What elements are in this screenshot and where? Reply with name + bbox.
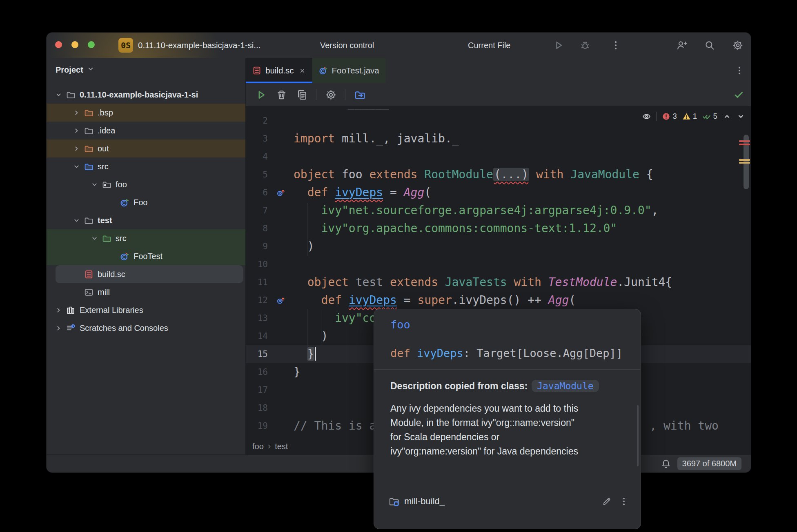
breadcrumb-item-test[interactable]: test (275, 442, 288, 451)
zoom-window-button[interactable] (88, 41, 95, 48)
chevron-down-icon[interactable] (70, 217, 82, 224)
line-number[interactable]: 9 (246, 242, 268, 251)
override-gutter-icon[interactable] (268, 188, 294, 197)
tree-row-highlight (47, 229, 245, 247)
errors-count[interactable]: 3 (662, 112, 677, 121)
tab-options-button[interactable] (734, 65, 745, 76)
tree-item-label: out (98, 144, 109, 153)
chevron-right-icon[interactable] (70, 109, 82, 117)
line-number[interactable]: 1 (246, 106, 268, 108)
sidebar-item-bsp[interactable]: .bsp (47, 104, 245, 122)
project-title-menu[interactable]: 0.11.10-example-basicjava-1-si... (138, 33, 265, 58)
notifications-bell-icon[interactable] (661, 459, 671, 469)
more-actions-button[interactable] (610, 40, 621, 51)
tab-label: FooTest.java (332, 66, 379, 75)
line-number[interactable]: 6 (246, 188, 268, 197)
settings-button[interactable] (732, 40, 744, 51)
project-panel-header[interactable]: Project (47, 58, 245, 82)
doc-class-chip[interactable]: JavaModule (532, 380, 599, 392)
code-text: ivy"net.sourceforge.argparse4j:argparse4… (294, 202, 658, 219)
sidebar-item-foo[interactable]: Foo (47, 193, 245, 211)
add-user-button[interactable] (676, 40, 688, 51)
chevron-down-icon[interactable] (70, 163, 82, 171)
chevron-right-icon[interactable] (52, 324, 65, 332)
line-number[interactable]: 5 (246, 170, 268, 180)
popup-more-button[interactable] (618, 495, 630, 508)
highlighting-level-eye-icon[interactable] (642, 112, 651, 121)
line-number[interactable]: 2 (246, 116, 268, 126)
line-number[interactable]: 16 (246, 367, 268, 377)
breadcrumb-item-foo[interactable]: foo (252, 442, 264, 451)
run-configuration-menu[interactable]: Current File (468, 33, 514, 58)
memory-indicator[interactable]: 3697 of 6800M (677, 457, 741, 470)
line-number[interactable]: 4 (246, 152, 268, 162)
passed-count[interactable]: 5 (702, 112, 717, 121)
sidebar-item-src[interactable]: src (47, 157, 245, 175)
divider (316, 89, 316, 100)
line-number[interactable]: 13 (246, 313, 268, 323)
popup-scrollbar[interactable] (637, 405, 639, 466)
line-number[interactable]: 7 (246, 206, 268, 215)
chevron-down-icon[interactable] (88, 235, 100, 242)
sidebar-item-foo[interactable]: foo (47, 175, 245, 193)
warning-stripe-mark[interactable] (739, 159, 750, 161)
version-control-menu[interactable]: Version control (320, 33, 377, 58)
line-number[interactable]: 14 (246, 331, 268, 341)
chevron-right-icon[interactable] (70, 127, 82, 135)
line-number[interactable]: 3 (246, 134, 268, 144)
chevron-right-icon[interactable] (52, 306, 65, 314)
run-build-button[interactable] (252, 86, 269, 103)
build-settings-button[interactable] (322, 86, 339, 103)
chevron-down-icon[interactable] (52, 91, 65, 99)
line-number[interactable]: 12 (246, 295, 268, 305)
load-build-changes-button[interactable] (351, 86, 368, 103)
warn-badge-icon (682, 112, 691, 121)
code-text: def ivyDeps = Agg( (294, 184, 431, 202)
minimize-window-button[interactable] (71, 41, 78, 48)
run-button[interactable] (553, 40, 564, 51)
sidebar-item-footest[interactable]: FooTest (47, 247, 245, 265)
line-number[interactable]: 11 (246, 277, 268, 287)
edit-source-button[interactable] (601, 495, 613, 508)
error-stripe-mark[interactable] (739, 144, 750, 145)
sidebar-item-build-sc[interactable]: build.sc (47, 265, 245, 283)
override-gutter-icon[interactable] (268, 296, 294, 305)
code-text: ivy"org.apache.commons:commons-text:1.12… (294, 219, 617, 237)
doc-target-link[interactable]: foo (390, 318, 410, 331)
sidebar-item-external-libraries[interactable]: External Libraries (47, 301, 245, 319)
warnings-count[interactable]: 1 (682, 112, 697, 121)
error-stripe-mark[interactable] (739, 140, 750, 142)
sidebar-item-src[interactable]: src (47, 229, 245, 247)
doc-description-header: Description copied from class: JavaModul… (390, 380, 599, 392)
line-number[interactable]: 10 (246, 259, 268, 269)
previous-problem-button[interactable] (723, 112, 731, 121)
sidebar-item-idea[interactable]: .idea (47, 122, 245, 140)
close-icon[interactable] (299, 67, 306, 74)
sidebar-item-out[interactable]: out (47, 140, 245, 157)
chevron-right-icon[interactable] (70, 145, 82, 153)
run-configuration-label: Current File (468, 41, 510, 50)
line-number[interactable]: 17 (246, 385, 268, 395)
line-number[interactable]: 18 (246, 403, 268, 413)
next-problem-button[interactable] (737, 112, 745, 121)
debug-button[interactable] (579, 40, 591, 51)
tab-build-sc[interactable]: build.sc (246, 58, 312, 83)
chevron-down-icon[interactable] (88, 181, 100, 188)
sidebar-item-test[interactable]: test (47, 211, 245, 229)
search-everywhere-button[interactable] (704, 40, 715, 51)
scala-file-icon (82, 270, 95, 279)
tree-item-label: build.sc (98, 270, 125, 279)
tab-footest-java[interactable]: FooTest.java (312, 58, 386, 83)
sidebar-item-scratches-and-consoles[interactable]: Scratches and Consoles (47, 319, 245, 337)
close-window-button[interactable] (55, 41, 62, 48)
copy-button[interactable] (293, 86, 310, 103)
code-text: ) (294, 237, 314, 255)
sidebar-item-mill[interactable]: mill (47, 283, 245, 301)
sidebar-item-0-11-10-example-basicjava-1-si[interactable]: 0.11.10-example-basicjava-1-si (47, 86, 245, 104)
line-number[interactable]: 15 (246, 349, 268, 359)
libraries-icon (65, 306, 77, 315)
warning-stripe-mark[interactable] (739, 162, 750, 164)
line-number[interactable]: 19 (246, 421, 268, 431)
line-number[interactable]: 8 (246, 224, 268, 233)
delete-button[interactable] (273, 86, 290, 103)
